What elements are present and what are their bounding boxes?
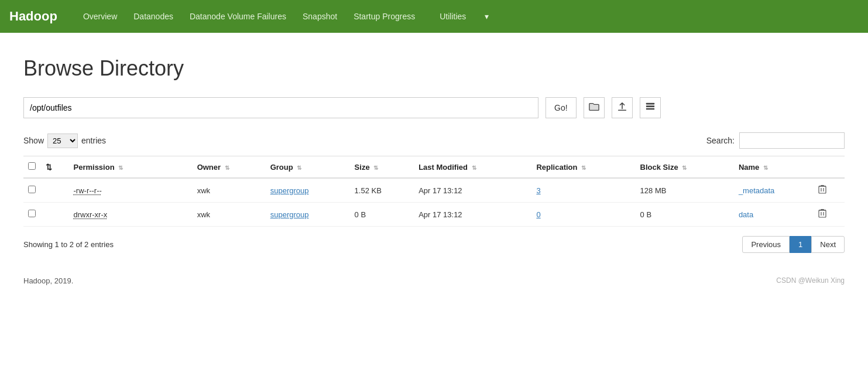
td-permission-1: -rw-r--r-- xyxy=(69,178,193,203)
td-replication-2: 0 xyxy=(531,203,635,227)
th-replication-label: Replication xyxy=(536,163,577,172)
td-size-2: 0 B xyxy=(350,203,414,227)
th-block-size-label: Block Size xyxy=(640,163,678,172)
pagination-row: Showing 1 to 2 of 2 entries Previous 1 N… xyxy=(23,236,845,253)
entries-label: entries xyxy=(81,136,106,145)
list-icon xyxy=(645,102,656,114)
td-owner-1: xwk xyxy=(193,178,266,203)
td-size-1: 1.52 KB xyxy=(350,178,414,203)
th-size-label: Size xyxy=(355,163,370,172)
th-group[interactable]: Group ⇅ xyxy=(266,156,350,179)
td-name-2: data xyxy=(734,203,814,227)
td-owner-2: xwk xyxy=(193,203,266,227)
name-link-1[interactable]: _metadata xyxy=(739,186,774,195)
th-checkbox xyxy=(23,156,41,179)
sort-name-icon: ⇅ xyxy=(763,165,768,171)
td-name-1: _metadata xyxy=(734,178,814,203)
td-group-1: supergroup xyxy=(266,178,350,203)
search-input[interactable] xyxy=(739,132,845,149)
td-sort-1 xyxy=(41,178,69,203)
th-sort-all[interactable]: ⇅ xyxy=(41,156,69,179)
previous-button[interactable]: Previous xyxy=(742,236,790,253)
path-input[interactable] xyxy=(23,97,538,118)
nav-datanodes[interactable]: Datanodes xyxy=(125,0,181,33)
chevron-down-icon: ▾ xyxy=(476,0,497,33)
group-link-1[interactable]: supergroup xyxy=(270,186,309,195)
th-block-size[interactable]: Block Size ⇅ xyxy=(636,156,734,179)
th-permission[interactable]: Permission ⇅ xyxy=(69,156,193,179)
td-checkbox-2 xyxy=(23,203,41,227)
table-controls: Show 10 25 50 100 entries Search: xyxy=(23,132,845,149)
td-delete-1 xyxy=(814,178,845,203)
sort-last-modified-icon: ⇅ xyxy=(472,165,476,171)
table-row: drwxr-xr-x xwk supergroup 0 B Apr 17 13:… xyxy=(23,203,845,227)
th-last-modified[interactable]: Last Modified ⇅ xyxy=(414,156,531,179)
footer-left: Hadoop, 2019. xyxy=(23,276,73,285)
replication-link-2[interactable]: 0 xyxy=(536,210,540,219)
files-table: ⇅ Permission ⇅ Owner ⇅ Group ⇅ Size ⇅ xyxy=(23,156,845,227)
path-bar: Go! xyxy=(23,97,845,118)
th-owner[interactable]: Owner ⇅ xyxy=(193,156,266,179)
go-button[interactable]: Go! xyxy=(545,97,577,118)
td-last-modified-1: Apr 17 13:12 xyxy=(414,178,531,203)
sort-replication-icon: ⇅ xyxy=(581,165,586,171)
replication-link-1[interactable]: 3 xyxy=(536,186,540,195)
th-permission-label: Permission xyxy=(74,163,115,172)
th-size[interactable]: Size ⇅ xyxy=(350,156,414,179)
td-checkbox-1 xyxy=(23,178,41,203)
upload-icon-button[interactable] xyxy=(612,97,633,118)
td-block-size-1: 128 MB xyxy=(636,178,734,203)
svg-rect-4 xyxy=(819,210,826,217)
list-icon-button[interactable] xyxy=(640,97,661,118)
sort-size-icon: ⇅ xyxy=(373,165,378,171)
brand-logo: Hadoop xyxy=(9,9,57,24)
th-owner-label: Owner xyxy=(197,163,221,172)
nav-datanode-volume-failures[interactable]: Datanode Volume Failures xyxy=(181,0,294,33)
select-all-checkbox[interactable] xyxy=(28,162,36,170)
svg-rect-3 xyxy=(819,186,826,193)
name-link-2[interactable]: data xyxy=(739,210,753,219)
search-box: Search: xyxy=(706,132,845,149)
footer: Hadoop, 2019. CSDN @Weikun Xing xyxy=(0,265,868,297)
td-delete-2 xyxy=(814,203,845,227)
group-link-2[interactable]: supergroup xyxy=(270,210,309,219)
row-checkbox-2[interactable] xyxy=(28,210,36,217)
table-row: -rw-r--r-- xwk supergroup 1.52 KB Apr 17… xyxy=(23,178,845,203)
delete-icon-1[interactable] xyxy=(818,186,826,196)
entries-select[interactable]: 10 25 50 100 xyxy=(47,134,78,148)
delete-icon-2[interactable] xyxy=(818,210,826,220)
page-1-button[interactable]: 1 xyxy=(790,236,811,253)
th-name-label: Name xyxy=(739,163,759,172)
nav-snapshot[interactable]: Snapshot xyxy=(294,0,345,33)
td-replication-1: 3 xyxy=(531,178,635,203)
nav-overview[interactable]: Overview xyxy=(75,0,125,33)
th-replication[interactable]: Replication ⇅ xyxy=(531,156,635,179)
sort-permission-icon: ⇅ xyxy=(118,165,123,171)
table-body: -rw-r--r-- xwk supergroup 1.52 KB Apr 17… xyxy=(23,178,845,227)
next-button[interactable]: Next xyxy=(811,236,845,253)
svg-rect-0 xyxy=(646,103,654,105)
navbar: Hadoop Overview Datanodes Datanode Volum… xyxy=(0,0,868,33)
td-block-size-2: 0 B xyxy=(636,203,734,227)
nav-utilities-label[interactable]: Utilities ▾ xyxy=(423,0,505,33)
main-content: Browse Directory Go! xyxy=(0,33,868,265)
folder-icon-button[interactable] xyxy=(584,97,605,118)
th-name[interactable]: Name ⇅ xyxy=(734,156,814,179)
nav-utilities-dropdown[interactable]: Utilities ▾ xyxy=(423,0,505,33)
search-label: Search: xyxy=(706,136,735,145)
td-permission-2: drwxr-xr-x xyxy=(69,203,193,227)
footer-right: CSDN @Weikun Xing xyxy=(776,276,845,285)
page-title: Browse Directory xyxy=(23,56,845,81)
th-last-modified-label: Last Modified xyxy=(418,163,468,172)
folder-icon xyxy=(589,102,599,114)
pagination-summary: Showing 1 to 2 of 2 entries xyxy=(23,240,114,249)
pagination-buttons: Previous 1 Next xyxy=(742,236,845,253)
sort-block-size-icon: ⇅ xyxy=(682,165,687,171)
td-last-modified-2: Apr 17 13:12 xyxy=(414,203,531,227)
svg-rect-2 xyxy=(646,108,654,110)
table-header-row: ⇅ Permission ⇅ Owner ⇅ Group ⇅ Size ⇅ xyxy=(23,156,845,179)
sort-all-icon: ⇅ xyxy=(46,163,52,172)
nav-startup-progress[interactable]: Startup Progress xyxy=(345,0,423,33)
row-checkbox-1[interactable] xyxy=(28,186,36,193)
show-entries-control: Show 10 25 50 100 entries xyxy=(23,134,106,148)
